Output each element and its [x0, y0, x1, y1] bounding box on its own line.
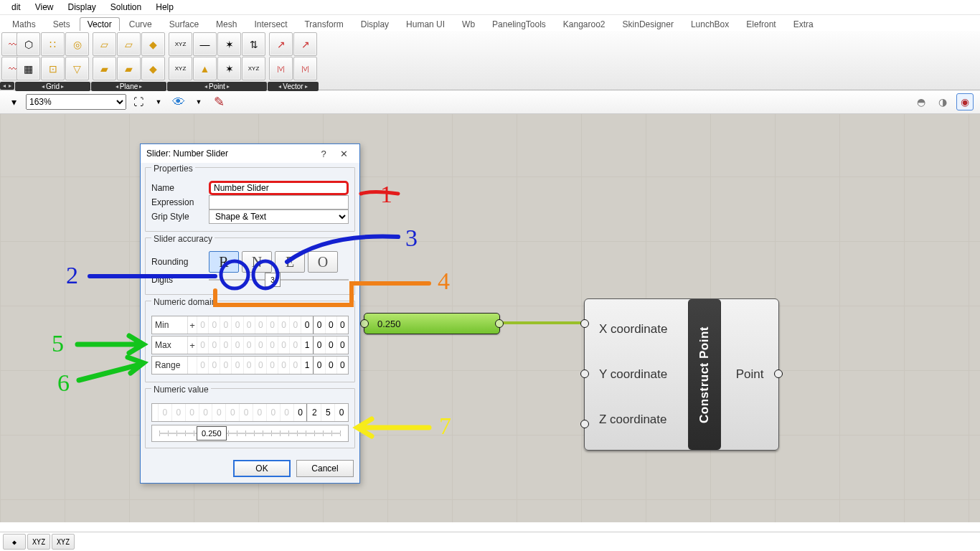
- sketch-icon[interactable]: ✎: [211, 94, 227, 110]
- point-construct-icon[interactable]: XYZ: [169, 32, 192, 56]
- vector-xyz-icon[interactable]: |V|: [293, 57, 317, 80]
- tab-humanui[interactable]: Human UI: [398, 17, 453, 31]
- menu-view[interactable]: View: [28, 1, 61, 14]
- status-icon-3[interactable]: XYZ: [52, 534, 75, 550]
- input-x[interactable]: X coordinate: [599, 319, 681, 339]
- tab-intersect[interactable]: Intersect: [246, 17, 295, 31]
- grid-rect-icon[interactable]: ▦: [17, 57, 40, 80]
- slider-properties-dialog[interactable]: Slider: Number Slider ? ✕ Properties Nam…: [140, 143, 360, 484]
- shade-icon-1[interactable]: ◓: [913, 94, 929, 110]
- construct-point-component[interactable]: X coordinate Y coordinate Z coordinate C…: [584, 298, 779, 451]
- dialog-help-button[interactable]: ?: [314, 149, 334, 159]
- tab-maths[interactable]: Maths: [4, 17, 44, 31]
- grid-hex-icon[interactable]: ⬡: [17, 32, 40, 56]
- numeric-value-field[interactable]: 00000000000250: [151, 403, 349, 422]
- name-input[interactable]: [209, 181, 349, 195]
- tab-skindesigner[interactable]: SkinDesigner: [615, 17, 682, 31]
- grip-style-label: Grip Style: [151, 212, 209, 222]
- point-sort-icon[interactable]: ⇅: [242, 32, 265, 56]
- tab-extra[interactable]: Extra: [786, 17, 821, 31]
- ribbon: 〰〰 ◂▸ ⬡ ∷ ◎ ▦ ⊡ ▽ ◂Grid▸ ▱ ▱ ◆ ▰ ▰ ◆ ◂Pl…: [0, 31, 980, 90]
- cancel-button[interactable]: Cancel: [296, 460, 354, 477]
- toolbar-dropdown-icon[interactable]: ▾: [6, 94, 22, 110]
- plane-xz-icon[interactable]: ▱: [117, 32, 141, 56]
- dialog-close-button[interactable]: ✕: [334, 149, 354, 159]
- tab-mesh[interactable]: Mesh: [208, 17, 245, 31]
- point-decon-icon[interactable]: XYZ: [169, 57, 192, 80]
- input-z[interactable]: Z coordinate: [599, 410, 681, 430]
- vector-unit-icon[interactable]: |V|: [269, 57, 293, 80]
- grid-dots-icon[interactable]: ∷: [41, 32, 65, 56]
- number-slider-component[interactable]: 0.250: [364, 313, 500, 334]
- menu-help[interactable]: Help: [149, 1, 181, 14]
- point-cull-icon[interactable]: ✶: [217, 57, 241, 80]
- slider-accuracy-group: Slider accuracy Rounding R N E O Digits …: [145, 237, 355, 295]
- tab-surface[interactable]: Surface: [161, 17, 207, 31]
- menu-display[interactable]: Display: [60, 1, 103, 14]
- plane-decon-icon[interactable]: ◆: [141, 57, 165, 80]
- dialog-titlebar[interactable]: Slider: Number Slider ? ✕: [141, 144, 359, 163]
- numeric-domain-group: Numeric domain Min + 0000000000000 Max +…: [145, 301, 355, 382]
- domain-range[interactable]: Range 0000000001000: [151, 356, 349, 375]
- shade-icon-3[interactable]: ◉: [956, 93, 974, 110]
- shade-icon-2[interactable]: ◑: [935, 94, 951, 110]
- slider-input-grip[interactable]: [360, 319, 369, 328]
- zoom-dropdown-icon[interactable]: ▼: [151, 94, 166, 110]
- port-out[interactable]: [774, 369, 783, 378]
- slider-output-grip[interactable]: [495, 319, 504, 328]
- status-icon-2[interactable]: XYZ: [27, 534, 50, 550]
- port-x[interactable]: [580, 319, 589, 328]
- domain-max[interactable]: Max + 0000000001000: [151, 336, 349, 354]
- status-icon-1[interactable]: ◆: [3, 534, 26, 550]
- output-point[interactable]: Point: [736, 367, 764, 382]
- tab-lunchbox[interactable]: LunchBox: [683, 17, 737, 31]
- numeric-value-group: Numeric value 00000000000250 0.250: [145, 388, 355, 448]
- preview-icon[interactable]: 👁: [171, 94, 187, 110]
- tab-panelingtools[interactable]: PanelingTools: [484, 17, 554, 31]
- grid-sq-icon[interactable]: ⊡: [41, 57, 65, 80]
- expression-label: Expression: [151, 197, 209, 207]
- vector-length-icon[interactable]: ↗: [293, 32, 317, 56]
- numeric-value-handle[interactable]: 0.250: [197, 426, 227, 441]
- ok-button[interactable]: OK: [233, 460, 291, 477]
- zoom-extents-icon[interactable]: ⛶: [131, 94, 146, 110]
- point-dist-icon[interactable]: XYZ: [242, 57, 265, 80]
- menu-solution[interactable]: Solution: [103, 1, 149, 14]
- grid-tri-icon[interactable]: ▽: [65, 57, 89, 80]
- tab-display[interactable]: Display: [353, 17, 397, 31]
- tab-kangaroo2[interactable]: Kangaroo2: [555, 17, 613, 31]
- input-y[interactable]: Y coordinate: [599, 364, 681, 385]
- rounding-r[interactable]: R: [209, 251, 239, 273]
- tab-transform[interactable]: Transform: [296, 17, 351, 31]
- numeric-value-slider[interactable]: 0.250: [151, 425, 349, 442]
- point-base-icon[interactable]: ▲: [193, 57, 217, 80]
- tab-vector[interactable]: Vector: [80, 17, 120, 31]
- plane-fit-icon[interactable]: ▰: [117, 57, 141, 80]
- rounding-o[interactable]: O: [308, 251, 338, 273]
- domain-min[interactable]: Min + 0000000000000: [151, 316, 349, 334]
- rounding-n[interactable]: N: [242, 251, 272, 273]
- port-y[interactable]: [580, 369, 589, 378]
- plane-xy-icon[interactable]: ▱: [93, 32, 116, 56]
- tab-elefront[interactable]: Elefront: [738, 17, 783, 31]
- plane-yz-icon[interactable]: ◆: [141, 32, 165, 56]
- digits-handle[interactable]: 3: [265, 273, 281, 287]
- vector-x-icon[interactable]: ↗: [269, 32, 293, 56]
- digits-slider[interactable]: 3: [209, 276, 349, 283]
- tab-sets[interactable]: Sets: [45, 17, 78, 31]
- expression-input[interactable]: [209, 195, 349, 209]
- plane-c-icon[interactable]: ▰: [93, 57, 116, 80]
- panel-point: ◂Point▸: [167, 82, 267, 91]
- rounding-e[interactable]: E: [275, 251, 305, 273]
- zoom-select[interactable]: 163%: [26, 94, 126, 110]
- grid-radial-icon[interactable]: ◎: [65, 32, 89, 56]
- preview-dropdown-icon[interactable]: ▼: [191, 94, 207, 110]
- port-z[interactable]: [580, 420, 589, 428]
- tab-wb[interactable]: Wb: [454, 17, 483, 31]
- point-closest-icon[interactable]: ✶: [217, 32, 241, 56]
- menu-edit[interactable]: dit: [4, 1, 28, 14]
- digits-label: Digits: [151, 275, 209, 285]
- tab-curve[interactable]: Curve: [121, 17, 160, 31]
- point-slider-icon[interactable]: —: [193, 32, 217, 56]
- grip-style-select[interactable]: Shape & Text: [209, 209, 349, 224]
